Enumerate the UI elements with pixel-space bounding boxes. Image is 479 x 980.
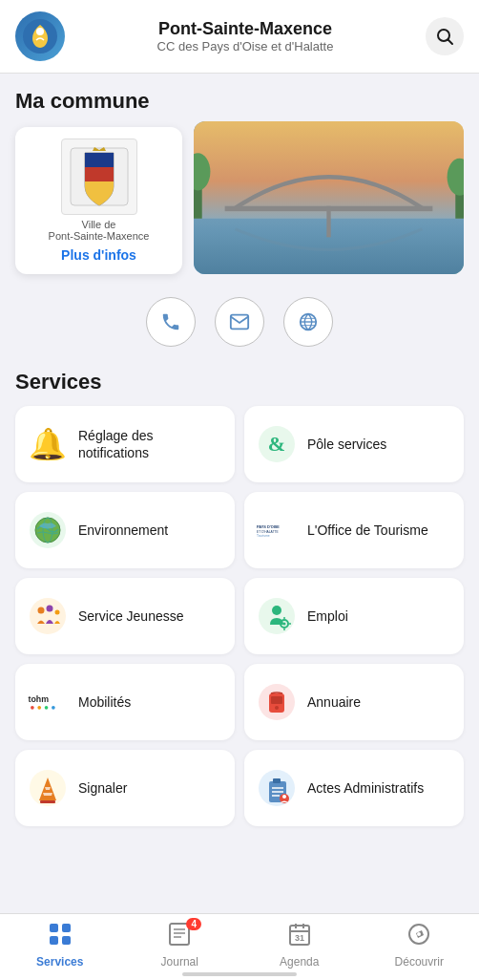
website-button[interactable] bbox=[283, 297, 333, 347]
svg-text:&: & bbox=[268, 432, 285, 456]
journal-tab-icon: 4 bbox=[167, 922, 192, 952]
service-card-emploi[interactable]: Emploi bbox=[244, 578, 464, 654]
actes-admin-icon bbox=[256, 767, 298, 809]
app-logo bbox=[15, 11, 65, 61]
svg-point-25 bbox=[30, 598, 66, 634]
tab-bar: Services 4 Journal 31 Agenda bbox=[0, 913, 479, 980]
plus-infos-button[interactable]: Plus d'infos bbox=[61, 247, 136, 263]
svg-point-32 bbox=[283, 623, 286, 626]
signaler-icon bbox=[27, 767, 69, 809]
tab-agenda[interactable]: 31 Agenda bbox=[240, 914, 360, 972]
emploi-label: Emploi bbox=[307, 607, 348, 625]
svg-rect-59 bbox=[62, 936, 71, 945]
actes-admin-label: Actes Administratifs bbox=[307, 779, 424, 797]
svg-rect-57 bbox=[62, 924, 71, 932]
tourisme-icon: PAYS D'OISE ET D'HALATTE Tourisme bbox=[256, 509, 298, 551]
tourisme-label: L'Office de Tourisme bbox=[307, 522, 428, 539]
notifications-icon: 🔔 bbox=[27, 423, 69, 465]
service-card-actes-admin[interactable]: Actes Administratifs bbox=[244, 750, 464, 826]
svg-point-28 bbox=[55, 610, 60, 615]
svg-point-55 bbox=[282, 795, 286, 799]
annuaire-icon bbox=[256, 681, 298, 723]
tab-agenda-label: Agenda bbox=[280, 955, 319, 969]
service-card-signaler[interactable]: Signaler bbox=[15, 750, 235, 826]
jeunesse-icon bbox=[27, 595, 69, 637]
svg-rect-56 bbox=[50, 924, 58, 932]
tab-services-label: Services bbox=[36, 955, 83, 969]
notifications-label: Réglage des notifications bbox=[78, 427, 223, 461]
tab-decouvrir-label: Découvrir bbox=[395, 955, 444, 969]
service-card-environnement[interactable]: Environnement bbox=[15, 492, 235, 568]
svg-text:tohm: tohm bbox=[28, 694, 49, 704]
email-button[interactable] bbox=[215, 297, 264, 347]
service-card-jeunesse[interactable]: Service Jeunesse bbox=[15, 578, 235, 654]
service-card-tourisme[interactable]: PAYS D'OISE ET D'HALATTE Tourisme L'Offi… bbox=[244, 492, 464, 568]
svg-point-30 bbox=[272, 606, 281, 615]
svg-point-45 bbox=[275, 706, 279, 710]
contact-row bbox=[0, 289, 479, 362]
svg-line-3 bbox=[448, 40, 453, 45]
commune-card[interactable]: Ville dePont-Sainte-Maxence Plus d'infos bbox=[15, 127, 182, 274]
home-indicator bbox=[182, 972, 297, 976]
service-card-mobilites[interactable]: tohm Mobilités bbox=[15, 664, 235, 740]
search-button[interactable] bbox=[426, 17, 464, 55]
pole-services-label: Pôle services bbox=[307, 436, 386, 453]
svg-rect-47 bbox=[40, 800, 55, 803]
journal-badge: 4 bbox=[186, 918, 201, 930]
mobilites-label: Mobilités bbox=[78, 693, 131, 711]
environnement-label: Environnement bbox=[78, 522, 168, 539]
svg-point-41 bbox=[52, 706, 55, 710]
tab-journal[interactable]: 4 Journal bbox=[120, 914, 240, 972]
service-card-notifications[interactable]: 🔔 Réglage des notifications bbox=[15, 406, 235, 482]
svg-point-27 bbox=[47, 606, 53, 612]
svg-point-29 bbox=[259, 598, 295, 634]
svg-point-40 bbox=[45, 706, 49, 710]
svg-rect-8 bbox=[326, 206, 330, 238]
hero-bridge-image bbox=[194, 121, 464, 274]
svg-text:ET D'HALATTE: ET D'HALATTE bbox=[257, 530, 279, 534]
svg-point-39 bbox=[37, 706, 41, 710]
services-title: Services bbox=[15, 370, 464, 394]
coat-of-arms bbox=[61, 138, 137, 215]
emploi-icon bbox=[256, 595, 298, 637]
phone-button[interactable] bbox=[146, 297, 196, 347]
services-grid: 🔔 Réglage des notifications & Pôle servi… bbox=[15, 406, 464, 826]
service-card-pole-services[interactable]: & Pôle services bbox=[244, 406, 464, 482]
tab-decouvrir[interactable]: Découvrir bbox=[360, 914, 480, 972]
mobilites-icon: tohm bbox=[27, 681, 69, 723]
service-card-annuaire[interactable]: Annuaire bbox=[244, 664, 464, 740]
svg-rect-44 bbox=[271, 696, 282, 704]
ma-commune-title: Ma commune bbox=[0, 74, 479, 121]
jeunesse-label: Service Jeunesse bbox=[78, 607, 184, 625]
city-title: Pont-Sainte-Maxence bbox=[76, 19, 414, 39]
header-text-block: Pont-Sainte-Maxence CC des Pays d'Oise e… bbox=[76, 19, 414, 53]
annuaire-label: Annuaire bbox=[307, 693, 361, 711]
tab-services[interactable]: Services bbox=[0, 914, 120, 972]
app-header: Pont-Sainte-Maxence CC des Pays d'Oise e… bbox=[0, 0, 479, 74]
svg-text:31: 31 bbox=[295, 933, 304, 943]
environnement-icon bbox=[27, 509, 69, 551]
svg-rect-50 bbox=[273, 778, 281, 783]
tab-journal-label: Journal bbox=[161, 955, 198, 969]
pole-services-icon: & bbox=[256, 423, 298, 465]
services-tab-icon bbox=[48, 922, 73, 952]
svg-point-38 bbox=[31, 706, 34, 710]
hero-city-name: Ville dePont-Sainte-Maxence bbox=[49, 219, 150, 242]
svg-text:PAYS D'OISE: PAYS D'OISE bbox=[257, 525, 280, 529]
hero-area: Ville dePont-Sainte-Maxence Plus d'infos bbox=[0, 121, 479, 289]
svg-rect-58 bbox=[50, 936, 58, 945]
svg-point-71 bbox=[417, 932, 421, 936]
signaler-label: Signaler bbox=[78, 779, 127, 797]
svg-text:Tourisme: Tourisme bbox=[257, 534, 270, 538]
svg-point-1 bbox=[36, 28, 44, 35]
city-subtitle: CC des Pays d'Oise et d'Halatte bbox=[76, 39, 414, 53]
agenda-tab-icon: 31 bbox=[287, 922, 312, 952]
services-section: Services 🔔 Réglage des notifications & P… bbox=[0, 362, 479, 842]
svg-point-26 bbox=[38, 607, 45, 614]
decouvrir-tab-icon bbox=[406, 922, 431, 952]
